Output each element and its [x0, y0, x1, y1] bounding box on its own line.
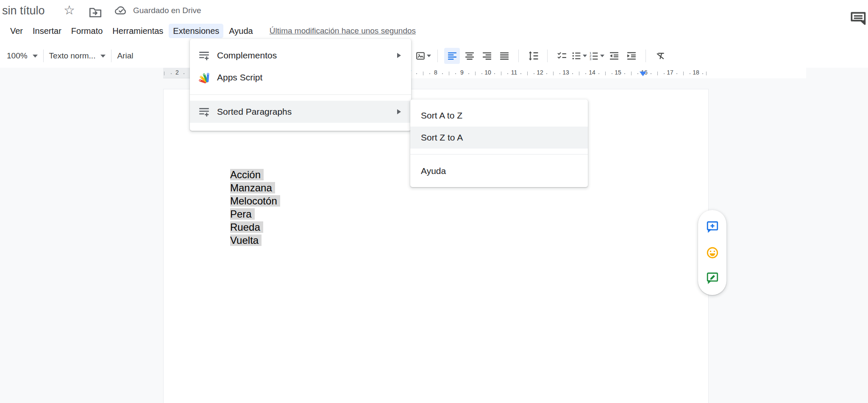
ruler-number: 2	[175, 69, 179, 76]
chevron-down-icon	[600, 55, 604, 57]
ruler-number: 18	[693, 69, 699, 76]
menubar-item-herramientas[interactable]: Herramientas	[108, 24, 167, 38]
toolbar-right-group: 1 2 3	[415, 44, 669, 68]
selected-text[interactable]: Pera	[230, 208, 255, 220]
ruler-tick	[612, 73, 612, 74]
checklist-button[interactable]	[554, 48, 570, 64]
submenu-item-sort-z-to-a[interactable]: Sort Z to A	[410, 127, 588, 149]
ruler-tick	[468, 73, 469, 74]
submenu-item-sort-a-to-z[interactable]: Sort A to Z	[410, 105, 588, 127]
increase-indent-button[interactable]	[623, 48, 639, 64]
ruler-tick	[507, 73, 508, 74]
document-line: Pera	[230, 207, 280, 221]
document-line: Melocotón	[230, 194, 280, 207]
ruler-tick	[706, 72, 707, 75]
star-icon[interactable]: ☆	[64, 3, 75, 17]
ruler-number: 14	[589, 69, 595, 76]
ruler-tick	[579, 72, 579, 75]
collaboration-pill	[698, 210, 726, 295]
ruler-tick	[527, 72, 528, 75]
align-center-button[interactable]	[462, 48, 477, 64]
line-spacing-button[interactable]	[525, 48, 541, 64]
extensions-menu: Complementos Apps Script Sorted Paragrap…	[190, 39, 411, 131]
clear-formatting-icon	[656, 51, 665, 61]
ruler-number: 12	[537, 69, 543, 76]
submenu-arrow-icon	[397, 109, 401, 114]
align-center-icon	[465, 51, 474, 61]
ruler-number: 10	[484, 69, 491, 76]
ruler-tick	[546, 73, 547, 74]
align-left-icon	[448, 51, 457, 61]
decrease-indent-button[interactable]	[606, 48, 622, 64]
ruler-number: 8	[434, 69, 437, 76]
selected-text[interactable]: Acción	[230, 169, 264, 180]
font-value: Arial	[117, 51, 133, 61]
apps-script-logo	[198, 72, 210, 83]
ruler-tick	[164, 72, 164, 75]
move-folder-icon[interactable]	[88, 5, 103, 20]
paragraph-styles-select[interactable]: Texto norm...	[49, 51, 106, 61]
menubar-item-ayuda[interactable]: Ayuda	[225, 24, 257, 38]
menubar-item-insertar[interactable]: Insertar	[28, 24, 66, 38]
ruler-tick	[572, 73, 573, 74]
suggest-edits-icon	[706, 271, 719, 285]
submenu-item-ayuda[interactable]: Ayuda	[410, 160, 588, 182]
menubar-item-formato[interactable]: Formato	[67, 24, 107, 38]
selected-text[interactable]: Vuelta	[230, 235, 262, 246]
menu-item-complementos[interactable]: Complementos	[190, 44, 411, 66]
menubar-item-ver[interactable]: Ver	[6, 24, 27, 38]
saved-status-label: Guardado en Drive	[133, 6, 201, 15]
ruler-tick	[559, 73, 560, 74]
comment-history-icon[interactable]	[849, 10, 867, 28]
increase-indent-icon	[627, 51, 636, 61]
menu-item-label: Apps Script	[217, 72, 262, 83]
ruler-tick	[702, 73, 703, 74]
ruler-tick	[442, 73, 443, 74]
menu-item-label: Sorted Paragraphs	[217, 107, 292, 117]
selected-text[interactable]: Rueda	[230, 221, 263, 233]
ruler-tick	[664, 73, 665, 74]
ruler-number: 9	[460, 69, 464, 76]
chevron-down-icon	[100, 55, 106, 58]
numbered-list-button[interactable]: 1 2 3	[589, 48, 604, 64]
ruler-tick	[455, 73, 456, 74]
ruler-tick	[605, 72, 606, 75]
menu-divider	[190, 94, 411, 95]
toolbar-divider	[43, 50, 44, 62]
justify-button[interactable]	[496, 48, 512, 64]
submenu-arrow-icon	[397, 53, 401, 58]
menu-item-apps-script[interactable]: Apps Script	[190, 66, 411, 88]
ruler-tick	[676, 73, 677, 74]
ruler-tick	[585, 73, 586, 74]
emoji-reaction-button[interactable]	[704, 244, 721, 261]
saved-status[interactable]: Guardado en Drive	[114, 3, 201, 18]
ruler-tick	[637, 73, 638, 74]
insert-image-button[interactable]	[415, 48, 431, 64]
ruler-tick	[429, 73, 430, 74]
last-modified-link[interactable]: Última modificación hace unos segundos	[270, 26, 416, 36]
decrease-indent-icon	[609, 51, 619, 61]
ruler-tick	[423, 72, 423, 75]
suggest-edits-button[interactable]	[704, 270, 721, 287]
document-title[interactable]: sin título	[2, 4, 45, 17]
ruler-tick	[520, 73, 521, 74]
zoom-select[interactable]: 100%	[7, 51, 38, 61]
align-right-button[interactable]	[479, 48, 495, 64]
right-indent-marker[interactable]	[640, 72, 646, 76]
menubar-item-extensiones[interactable]: Extensiones	[169, 24, 223, 38]
bulleted-list-button[interactable]	[571, 48, 587, 64]
add-comment-button[interactable]	[704, 218, 721, 235]
toolbar-left-group: 100% Texto norm... Arial	[7, 44, 133, 68]
title-row: sin título ☆ Guardado en Drive	[0, 3, 868, 20]
selected-text[interactable]: Melocotón	[230, 195, 280, 207]
selected-text[interactable]: Manzana	[230, 182, 275, 193]
toolbar-divider	[437, 50, 438, 62]
clear-formatting-button[interactable]	[652, 48, 668, 64]
align-right-icon	[482, 51, 492, 61]
ruler-tick	[449, 72, 449, 75]
font-select[interactable]: Arial	[117, 51, 133, 61]
ruler-tick	[494, 73, 495, 74]
menu-item-sorted-paragraphs[interactable]: Sorted Paragraphs	[190, 101, 411, 123]
align-left-button[interactable]	[444, 48, 460, 64]
zoom-value: 100%	[7, 51, 28, 61]
